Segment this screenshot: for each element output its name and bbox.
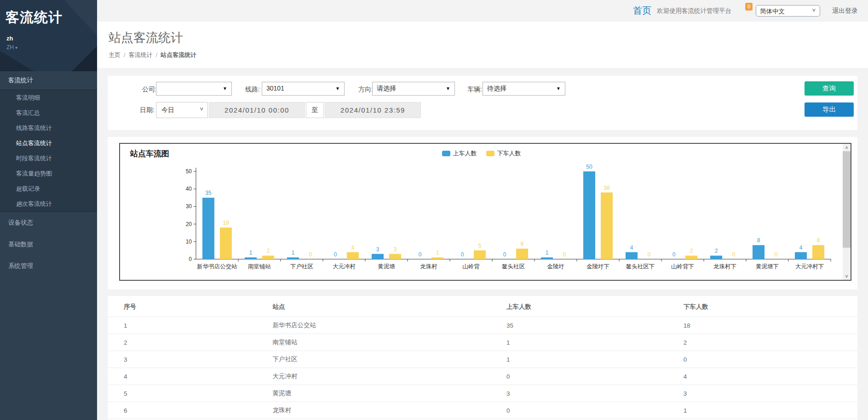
table-cell: 35 xyxy=(503,317,680,334)
table-row: 4大元冲村04 xyxy=(108,368,857,385)
line-label: 线路: xyxy=(245,85,260,94)
sidebar-section-base-data[interactable]: 基础数据 xyxy=(0,233,97,255)
scrollbar-thumb[interactable] xyxy=(843,151,851,248)
legend-item-boarding[interactable]: 上车人数 xyxy=(442,149,477,158)
table-cell: 2 xyxy=(108,334,269,351)
query-button[interactable]: 查询 xyxy=(805,81,854,96)
table-cell: 1 xyxy=(108,317,269,334)
header-pattern-facet xyxy=(42,41,97,71)
svg-text:4: 4 xyxy=(630,244,633,251)
station-flow-chart: 站点车流图 上车人数 下车人数 01020304050新华书店公交站3518南堂… xyxy=(119,143,851,281)
legend-label: 上车人数 xyxy=(453,149,477,158)
col-header-alighting: 下车人数 xyxy=(680,296,857,317)
legend-swatch-blue xyxy=(442,151,450,156)
svg-text:0: 0 xyxy=(732,251,736,258)
svg-text:龙珠村: 龙珠村 xyxy=(420,263,437,270)
svg-text:0: 0 xyxy=(461,251,464,258)
date-label: 日期: xyxy=(140,106,155,114)
svg-text:黄泥塘下: 黄泥塘下 xyxy=(756,263,779,270)
sidebar-section-device-status[interactable]: 设备状态 xyxy=(0,212,97,233)
table-cell: 南堂铺站 xyxy=(269,334,503,351)
scroll-up-icon[interactable]: ˄ xyxy=(843,144,851,151)
table-row: 3下户社区10 xyxy=(108,351,857,368)
svg-text:10: 10 xyxy=(186,238,192,245)
scroll-down-icon[interactable]: ˅ xyxy=(843,272,851,280)
svg-text:4: 4 xyxy=(351,244,355,251)
table-cell: 4 xyxy=(680,368,857,385)
legend-item-alighting[interactable]: 下车人数 xyxy=(486,149,521,158)
user-menu-toggle[interactable]: ZH▾ xyxy=(6,44,17,51)
svg-text:0: 0 xyxy=(775,251,778,258)
export-button[interactable]: 导出 xyxy=(805,102,854,117)
language-select[interactable]: 简体中文 ˅ xyxy=(756,5,820,17)
svg-text:30: 30 xyxy=(186,203,192,210)
table-cell: 3 xyxy=(680,385,857,402)
svg-text:大元冲村: 大元冲村 xyxy=(333,263,356,270)
breadcrumb-separator: / xyxy=(124,51,126,58)
svg-text:4: 4 xyxy=(799,244,803,251)
welcome-text: 欢迎使用客流统计管理平台 xyxy=(657,7,731,15)
sidebar-item-passenger-detail[interactable]: 客流明细 xyxy=(0,90,97,105)
svg-text:鳌头社区: 鳌头社区 xyxy=(502,263,525,270)
sidebar-item-overload-record[interactable]: 超载记录 xyxy=(0,181,97,196)
sidebar-section-passenger-stats[interactable]: 客流统计 xyxy=(0,71,97,90)
home-link[interactable]: 首页 xyxy=(633,5,651,17)
svg-text:5: 5 xyxy=(478,243,482,249)
sidebar-item-station-stats[interactable]: 站点客流统计 xyxy=(0,136,97,151)
legend-swatch-yellow xyxy=(486,151,494,156)
table-cell: 1 xyxy=(503,334,680,351)
company-label: 公司: xyxy=(142,85,157,94)
svg-text:2: 2 xyxy=(715,248,718,254)
svg-text:40: 40 xyxy=(186,186,192,192)
svg-text:南堂铺站: 南堂铺站 xyxy=(248,263,271,270)
chart-scrollbar[interactable]: ˄ ˅ xyxy=(843,144,851,280)
date-preset-select[interactable]: 今日 ˅ xyxy=(156,102,208,118)
line-value: 30101 xyxy=(266,85,284,92)
dropdown-arrow-icon: ▼ xyxy=(223,86,227,91)
chart-panel: 站点车流图 上车人数 下车人数 01020304050新华书店公交站3518南堂… xyxy=(108,137,857,289)
filter-panel: 公司: ▼ 线路: 30101 ▼ 方向: 请选择 ▼ 车辆: 待选择 ▼ 日期… xyxy=(108,76,857,130)
svg-text:新华书店公交站: 新华书店公交站 xyxy=(197,263,237,270)
svg-text:38: 38 xyxy=(604,185,610,191)
notification-badge[interactable]: 0 xyxy=(745,3,753,11)
date-to-input[interactable]: 2024/01/10 23:59 xyxy=(325,102,421,118)
sidebar-item-flow-trend[interactable]: 客流量趋势图 xyxy=(0,166,97,181)
sidebar-submenu: 客流明细 客流汇总 线路客流统计 站点客流统计 时段客流统计 客流量趋势图 超载… xyxy=(0,90,97,212)
table-cell: 18 xyxy=(680,317,857,334)
svg-text:山岭背下: 山岭背下 xyxy=(671,263,694,270)
breadcrumb-home[interactable]: 主页 xyxy=(109,51,121,58)
svg-text:18: 18 xyxy=(223,220,229,226)
sidebar-item-trip-stats[interactable]: 趟次客流统计 xyxy=(0,196,97,211)
sidebar-header: 客流统计 zh ZH▾ xyxy=(0,0,97,71)
sidebar-section-system-admin[interactable]: 系统管理 xyxy=(0,255,97,277)
table-row: 1新华书店公交站3518 xyxy=(108,317,857,334)
direction-select[interactable]: 请选择 ▼ xyxy=(372,82,455,96)
svg-text:金陵圩下: 金陵圩下 xyxy=(586,263,609,270)
table-cell: 6 xyxy=(108,402,269,419)
sidebar-item-line-stats[interactable]: 线路客流统计 xyxy=(0,120,97,136)
table-cell: 龙珠村 xyxy=(269,402,503,419)
vehicle-select[interactable]: 待选择 ▼ xyxy=(483,82,565,96)
dropdown-arrow-icon: ▼ xyxy=(446,86,450,91)
svg-text:1: 1 xyxy=(292,250,295,256)
svg-text:黄泥塘: 黄泥塘 xyxy=(378,263,395,270)
table-cell: 3 xyxy=(503,385,680,402)
line-select[interactable]: 30101 ▼ xyxy=(262,82,345,96)
table-cell: 1 xyxy=(680,402,857,419)
breadcrumb-parent[interactable]: 客流统计 xyxy=(129,51,153,58)
chevron-down-icon: ˅ xyxy=(200,106,203,113)
company-select[interactable]: ▼ xyxy=(156,82,232,96)
direction-label: 方向: xyxy=(358,85,373,94)
table-cell: 0 xyxy=(503,402,680,419)
breadcrumb-current: 站点客流统计 xyxy=(161,51,196,58)
sidebar-item-period-stats[interactable]: 时段客流统计 xyxy=(0,151,97,166)
logout-link[interactable]: 退出登录 xyxy=(832,7,858,15)
svg-text:0: 0 xyxy=(334,251,337,258)
language-value: 简体中文 xyxy=(760,7,785,16)
table-cell: 新华书店公交站 xyxy=(269,317,503,334)
sidebar-item-passenger-summary[interactable]: 客流汇总 xyxy=(0,105,97,120)
date-from-input[interactable]: 2024/01/10 00:00 xyxy=(209,102,305,118)
svg-text:3: 3 xyxy=(376,246,379,253)
svg-text:大元冲村下: 大元冲村下 xyxy=(795,263,824,270)
chevron-down-icon: ˅ xyxy=(812,7,816,14)
